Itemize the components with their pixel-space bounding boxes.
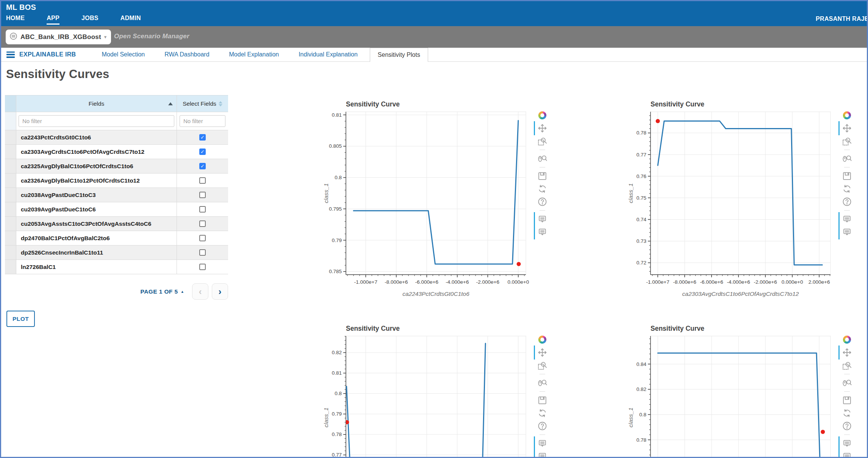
chart-plot-area[interactable]: -1.000e+7-8.000e+6-6.000e+6-4.000e+6-2.0… <box>322 109 535 306</box>
tab-sensitivity-plots[interactable]: Sensitivity Plots <box>370 48 428 62</box>
save-icon[interactable] <box>842 395 852 405</box>
field-name: cu2038AvgPastDueC1toC3 <box>16 188 177 202</box>
field-name: ca2303AvgCrdtsC1to6PctOfAvgCrdtsC7to12 <box>16 145 177 159</box>
help-icon[interactable] <box>842 197 852 207</box>
select-fields-column-header[interactable]: Select Fields <box>177 95 228 112</box>
open-scenario-manager[interactable]: Open Scenario Manager <box>114 33 189 40</box>
save-icon[interactable] <box>537 395 547 405</box>
hover-2-icon[interactable] <box>842 451 852 458</box>
bokeh-logo-icon[interactable] <box>842 335 852 345</box>
tab-model-selection[interactable]: Model Selection <box>94 48 152 61</box>
bokeh-logo-icon[interactable] <box>537 335 547 345</box>
x-tick-label: 0.000e+0 <box>508 279 529 285</box>
tab-rwa-dashboard[interactable]: RWA Dashboard <box>157 48 217 61</box>
pan-icon[interactable] <box>842 123 852 133</box>
reset-icon[interactable] <box>537 408 547 418</box>
field-checkbox[interactable] <box>199 177 206 184</box>
wheel-zoom-icon[interactable] <box>537 378 547 388</box>
tab-model-explanation[interactable]: Model Explanation <box>222 48 287 61</box>
hover-icon[interactable] <box>537 438 547 449</box>
table-row: cu2039AvgPastDueC1toC6 <box>5 202 228 217</box>
y-tick-label: 0.8 <box>639 412 646 417</box>
y-tick-label: 0.76 <box>637 174 646 179</box>
hover-2-icon[interactable] <box>842 227 852 237</box>
wheel-zoom-icon[interactable] <box>842 153 852 164</box>
tab-individual-explanation[interactable]: Individual Explanation <box>291 48 365 61</box>
field-checkbox[interactable] <box>199 249 206 256</box>
y-tick-label: 0.78 <box>637 130 646 136</box>
user-name[interactable]: PRASANTH RAJE <box>816 16 867 22</box>
chart-plot-area[interactable]: -1.000e+7-8.000e+6-6.000e+6-4.000e+6-2.0… <box>627 334 839 458</box>
fields-column-header[interactable]: Fields <box>16 95 177 112</box>
field-checkbox[interactable] <box>199 220 206 227</box>
page-caret-icon[interactable]: ▴ <box>181 289 183 294</box>
pan-icon[interactable] <box>537 347 547 358</box>
toolbar-divider <box>844 374 850 374</box>
toolbar-divider <box>844 391 850 392</box>
menu-icon[interactable] <box>6 52 15 58</box>
next-page-button[interactable]: › <box>212 283 228 300</box>
sensitivity-chart: Sensitivity Curve-1.000e+7-8.000e+6-6.00… <box>322 100 551 306</box>
hover-icon[interactable] <box>842 438 852 449</box>
y-tick-label: 0.84 <box>637 361 647 367</box>
fields-table: Fields Select Fields ca2243PctCrdtsGt0C1… <box>5 95 228 274</box>
wheel-zoom-icon[interactable] <box>537 153 547 164</box>
field-checkbox[interactable] <box>199 192 206 198</box>
y-tick-label: 0.74 <box>637 217 647 222</box>
x-tick-label: -8.000e+6 <box>673 279 696 285</box>
chart-plot-area[interactable]: -1.000e+7-8.000e+6-6.000e+6-4.000e+6-2.0… <box>322 334 535 458</box>
x-axis-label: ca2243PctCrdtsGt0C1to6 <box>402 291 469 297</box>
hover-icon[interactable] <box>842 214 852 224</box>
bokeh-logo-icon[interactable] <box>842 110 852 120</box>
top-nav-app[interactable]: APP <box>47 15 59 25</box>
module-brand[interactable]: EXPLAINABLE IRB <box>19 51 76 58</box>
hover-2-icon[interactable] <box>537 227 547 237</box>
bokeh-logo-icon[interactable] <box>537 110 547 120</box>
chart-plot-area[interactable]: -1.000e+7-8.000e+6-6.000e+6-4.000e+6-2.0… <box>627 109 839 306</box>
field-checkbox[interactable] <box>199 235 206 241</box>
top-nav-jobs[interactable]: JOBS <box>81 15 99 25</box>
toolbar-divider <box>540 210 545 211</box>
page-title: Sensitivity Curves <box>6 67 109 81</box>
fields-filter-input[interactable] <box>19 115 174 127</box>
scenario-icon <box>9 32 17 42</box>
field-checkbox[interactable]: ✓ <box>199 134 206 141</box>
help-icon[interactable] <box>537 197 547 207</box>
sensitivity-chart: Sensitivity Curve-1.000e+7-8.000e+6-6.00… <box>322 325 551 458</box>
prev-page-button[interactable]: ‹ <box>192 283 208 300</box>
table-gutter <box>5 112 16 130</box>
reset-icon[interactable] <box>537 184 547 194</box>
box-zoom-icon[interactable] <box>842 136 852 146</box>
top-nav-home[interactable]: HOME <box>6 15 25 25</box>
pan-icon[interactable] <box>842 347 852 358</box>
help-icon[interactable] <box>842 421 852 431</box>
charts-grid: Sensitivity Curve-1.000e+7-8.000e+6-6.00… <box>322 100 856 458</box>
help-icon[interactable] <box>537 421 547 431</box>
field-name: dp2470BalC1PctOfAvgBalC2to6 <box>16 231 177 245</box>
table-row: dp2470BalC1PctOfAvgBalC2to6 <box>5 231 228 245</box>
hover-icon[interactable] <box>537 214 547 224</box>
save-icon[interactable] <box>537 171 547 181</box>
app-brand: ML BOS <box>6 3 36 12</box>
save-icon[interactable] <box>842 171 852 181</box>
table-gutter <box>5 202 16 216</box>
field-checkbox[interactable]: ✓ <box>199 163 206 169</box>
hover-2-icon[interactable] <box>537 451 547 458</box>
reset-icon[interactable] <box>842 408 852 418</box>
field-checkbox[interactable] <box>199 206 206 213</box>
select-fields-filter-input[interactable] <box>180 115 225 127</box>
box-zoom-icon[interactable] <box>842 360 852 370</box>
field-checkbox[interactable] <box>199 264 206 270</box>
box-zoom-icon[interactable] <box>537 136 547 146</box>
model-selector[interactable]: ABC_Bank_IRB_XGBoost ▾ <box>6 30 111 44</box>
field-name: ca2243PctCrdtsGt0C1to6 <box>16 130 177 144</box>
box-zoom-icon[interactable] <box>537 360 547 370</box>
field-name: ln2726BalC1 <box>16 260 177 274</box>
page-indicator[interactable]: PAGE 1 OF 5 <box>141 288 178 295</box>
field-checkbox[interactable]: ✓ <box>199 148 206 155</box>
reset-icon[interactable] <box>842 184 852 194</box>
wheel-zoom-icon[interactable] <box>842 378 852 388</box>
pan-icon[interactable] <box>537 123 547 133</box>
top-nav-admin[interactable]: ADMIN <box>120 15 141 25</box>
plot-button[interactable]: PLOT <box>6 311 35 327</box>
